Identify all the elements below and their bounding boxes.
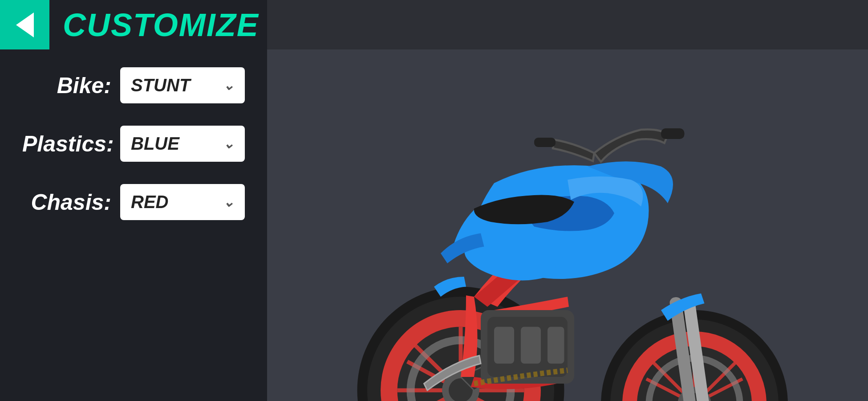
svg-rect-31 <box>494 327 514 364</box>
plastics-chevron-icon: ⌄ <box>223 136 234 151</box>
plastics-label: Plastics: <box>22 131 111 157</box>
bike-dropdown[interactable]: STUNT ⌄ <box>120 67 245 103</box>
bike-preview <box>267 49 868 401</box>
svg-rect-32 <box>521 327 541 364</box>
chasis-label: Chasis: <box>22 189 111 215</box>
svg-rect-33 <box>548 327 564 364</box>
back-button[interactable] <box>0 0 49 49</box>
chasis-field-row: Chasis: RED ⌄ <box>22 184 245 220</box>
svg-rect-35 <box>534 138 556 147</box>
chasis-chevron-icon: ⌄ <box>223 194 234 210</box>
chasis-dropdown[interactable]: RED ⌄ <box>120 184 245 220</box>
bike-chevron-icon: ⌄ <box>223 78 234 93</box>
plastics-dropdown[interactable]: BLUE ⌄ <box>120 126 245 162</box>
back-arrow-icon <box>16 12 34 37</box>
left-panel: Bike: STUNT ⌄ Plastics: BLUE ⌄ Chasis: R… <box>0 49 267 401</box>
chasis-dropdown-value: RED <box>131 192 216 212</box>
plastics-field-row: Plastics: BLUE ⌄ <box>22 126 245 162</box>
bike-svg <box>267 49 868 401</box>
plastics-dropdown-value: BLUE <box>131 134 216 154</box>
bike-dropdown-value: STUNT <box>131 75 216 95</box>
page-title: CUSTOMIZE <box>63 7 259 43</box>
bike-field-row: Bike: STUNT ⌄ <box>22 67 245 103</box>
bike-label: Bike: <box>22 73 111 98</box>
svg-rect-34 <box>661 128 685 139</box>
